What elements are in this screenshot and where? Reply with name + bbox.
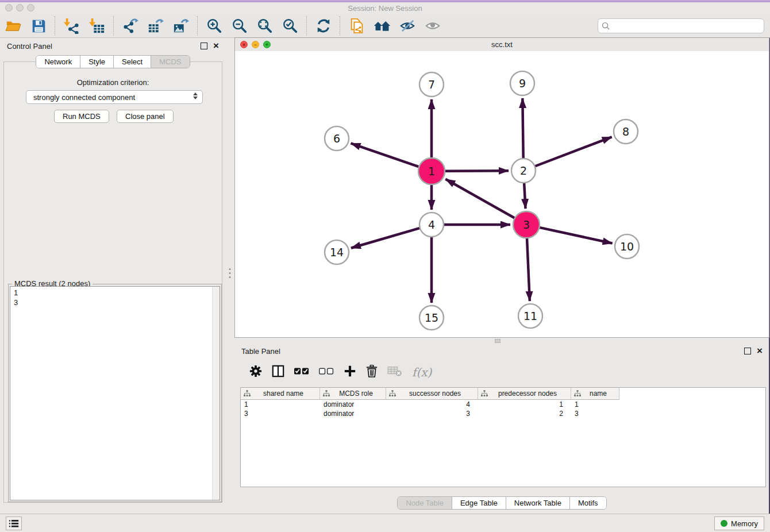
graph-node-9[interactable]: 9	[510, 71, 534, 95]
column-header-successor-nodes[interactable]: successor nodes	[386, 388, 478, 400]
float-table-panel-icon[interactable]	[744, 348, 751, 354]
horizontal-splitter[interactable]	[234, 338, 769, 342]
select-all-button[interactable]	[294, 366, 309, 379]
node-label: 9	[519, 77, 526, 90]
graph-edge-3-11[interactable]	[527, 238, 530, 301]
minimize-window-button[interactable]	[16, 4, 24, 11]
delete-table-button[interactable]	[387, 365, 402, 379]
graph-edge-1-6[interactable]	[351, 143, 419, 167]
eye-slash-icon	[399, 18, 416, 34]
open-session-button[interactable]	[5, 17, 22, 34]
window-controls[interactable]	[5, 4, 34, 11]
export-network-icon	[122, 18, 138, 34]
import-network-button[interactable]	[63, 17, 80, 34]
hierarchy-icon	[323, 390, 330, 397]
export-table-button[interactable]	[147, 17, 164, 34]
tab-style[interactable]: Style	[80, 56, 113, 68]
tab-mcds[interactable]: MCDS	[151, 56, 189, 68]
import-table-button[interactable]	[88, 17, 106, 34]
apply-function-button[interactable]: f(x)	[412, 365, 432, 379]
clone-network-button[interactable]	[348, 17, 365, 34]
deselect-all-button[interactable]	[319, 366, 334, 379]
float-panel-icon[interactable]	[201, 43, 207, 49]
minimize-network-button[interactable]: −	[252, 41, 259, 48]
graph-node-8[interactable]: 8	[614, 119, 638, 144]
close-panel-button[interactable]: Close panel	[117, 110, 174, 123]
zoom-fit-button[interactable]	[256, 17, 274, 34]
graph-edge-1-2[interactable]	[445, 171, 509, 171]
add-row-button[interactable]	[344, 365, 356, 380]
tab-network[interactable]: Network	[36, 56, 80, 68]
memory-button[interactable]: Memory	[714, 516, 764, 530]
column-header-MCDS-role[interactable]: MCDS role	[320, 388, 386, 400]
table-panel-title: Table Panel	[241, 347, 280, 356]
graph-edge-4-14[interactable]	[351, 228, 420, 248]
graph-node-7[interactable]: 7	[419, 72, 444, 97]
home-layout-button[interactable]	[374, 17, 391, 34]
graph-node-4[interactable]: 4	[419, 213, 444, 237]
graph-edge-3-10[interactable]	[539, 228, 612, 244]
close-network-button[interactable]: ×	[240, 41, 248, 48]
graph-edge-2-3[interactable]	[524, 183, 525, 209]
zoom-out-button[interactable]	[231, 17, 248, 34]
tab-edge-table[interactable]: Edge Table	[452, 497, 506, 509]
graph-edge-2-8[interactable]	[535, 137, 612, 166]
node-label: 1	[428, 165, 435, 178]
search-input[interactable]	[598, 18, 764, 33]
task-history-button[interactable]	[6, 516, 22, 530]
control-panel-title: Control Panel	[7, 42, 52, 51]
graph-node-3[interactable]: 3	[513, 211, 540, 238]
zoom-selected-button[interactable]	[282, 17, 299, 34]
network-window-controls: × − +	[240, 41, 271, 48]
zoom-window-button[interactable]	[27, 4, 34, 11]
criterion-dropdown[interactable]: strongly connected component	[26, 90, 203, 104]
column-header-predecessor-nodes[interactable]: predecessor nodes	[478, 388, 571, 400]
control-panel-tabs: NetworkStyleSelectMCDS	[0, 55, 226, 68]
eye-icon	[424, 18, 441, 34]
graph-edge-3-1[interactable]	[445, 179, 515, 218]
export-network-button[interactable]	[122, 17, 139, 34]
delete-rows-button[interactable]	[366, 365, 378, 380]
zoom-in-button[interactable]	[206, 17, 223, 34]
graph-node-14[interactable]: 14	[325, 240, 349, 264]
result-line: 1	[14, 288, 216, 298]
tab-select[interactable]: Select	[113, 56, 151, 68]
column-header-shared-name[interactable]: shared name	[241, 388, 320, 400]
vertical-splitter[interactable]	[226, 37, 234, 514]
graph-node-1[interactable]: 1	[418, 158, 445, 184]
hierarchy-icon	[244, 390, 251, 397]
hierarchy-icon	[389, 390, 396, 397]
tab-network-table[interactable]: Network Table	[506, 497, 569, 509]
graph-node-11[interactable]: 11	[518, 304, 542, 328]
graph-edge-2-9[interactable]	[522, 98, 523, 159]
close-table-panel-icon[interactable]: ×	[757, 348, 763, 354]
refresh-layout-button[interactable]	[315, 17, 332, 34]
hide-selected-button[interactable]	[399, 17, 416, 34]
close-window-button[interactable]	[5, 4, 13, 11]
graph-node-10[interactable]: 10	[615, 234, 639, 259]
save-session-button[interactable]	[30, 17, 47, 34]
export-image-button[interactable]	[172, 17, 190, 34]
network-view-window: × − + scc.txt 1234678910111415	[234, 37, 769, 338]
result-scrollbar[interactable]	[212, 287, 220, 500]
table-tabs: Node TableEdge TableNetwork TableMotifs	[234, 496, 769, 510]
close-panel-icon[interactable]: ×	[213, 43, 219, 49]
mcds-result-text[interactable]: 13	[10, 286, 220, 500]
table-row[interactable]: 3dominator323	[241, 409, 765, 418]
graph-node-6[interactable]: 6	[325, 126, 349, 151]
show-all-button[interactable]	[424, 17, 441, 34]
column-header-name[interactable]: name	[571, 388, 619, 400]
tab-motifs[interactable]: Motifs	[569, 497, 606, 509]
tab-node-table[interactable]: Node Table	[398, 497, 452, 509]
run-mcds-button[interactable]: Run MCDS	[54, 110, 109, 123]
graph-node-2[interactable]: 2	[511, 159, 536, 183]
table-row[interactable]: 1dominator411	[241, 400, 765, 409]
network-canvas[interactable]: 1234678910111415	[235, 51, 769, 337]
show-columns-button[interactable]	[272, 365, 284, 380]
node-table[interactable]: shared nameMCDS rolesuccessor nodesprede…	[240, 387, 766, 487]
graph-node-15[interactable]: 15	[419, 306, 444, 330]
toolbar-separator	[113, 16, 114, 36]
table-settings-button[interactable]	[249, 365, 262, 380]
zoom-selected-icon	[282, 18, 298, 34]
maximize-network-button[interactable]: +	[263, 41, 271, 48]
